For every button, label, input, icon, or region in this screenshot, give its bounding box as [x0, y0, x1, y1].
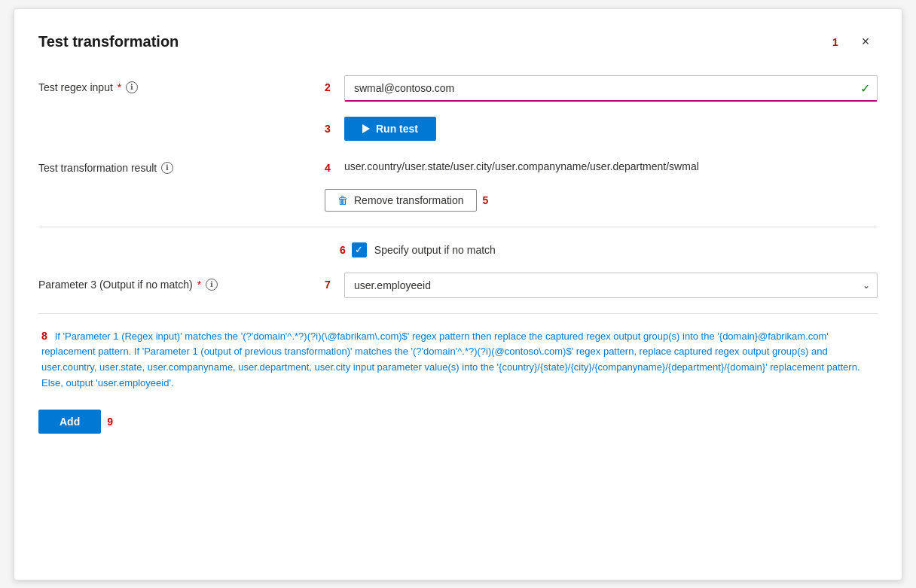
close-button[interactable]: × — [853, 30, 878, 54]
step6-marker: 6 — [340, 244, 346, 256]
step8-marker: 8 — [41, 330, 47, 342]
step1-marker: 1 — [832, 36, 843, 48]
required-star-param3: * — [197, 279, 201, 291]
input-valid-checkmark: ✓ — [860, 81, 870, 96]
param3-content: 7 user.employeeid user.department user.c… — [325, 273, 878, 298]
remove-transformation-button[interactable]: 🗑 Remove transformation — [325, 189, 477, 212]
test-regex-input-wrapper: ✓ — [344, 75, 878, 102]
test-transformation-dialog: Test transformation 1 × Test regex input… — [14, 8, 902, 580]
step4-marker: 4 — [325, 156, 338, 174]
description-text: If 'Parameter 1 (Regex input)' matches t… — [41, 331, 860, 388]
specify-output-row: 6 ✓ Specify output if no match — [38, 242, 878, 257]
trash-icon: 🗑 — [337, 194, 348, 206]
param3-label: Parameter 3 (Output if no match) — [38, 279, 193, 291]
play-icon — [362, 124, 370, 133]
test-result-content: 4 user.country/user.state/user.city/user… — [325, 156, 878, 174]
info-icon-param3[interactable]: ℹ — [206, 279, 218, 291]
specify-output-checkbox[interactable]: ✓ — [352, 242, 367, 257]
test-regex-label: Test regex input — [38, 81, 113, 93]
param3-label-area: Parameter 3 (Output if no match) * ℹ — [38, 273, 325, 291]
divider-2 — [38, 313, 878, 314]
description-section: 8 If 'Parameter 1 (Regex input)' matches… — [38, 329, 878, 391]
param3-select[interactable]: user.employeeid user.department user.cou… — [344, 273, 878, 298]
test-regex-label-area: Test regex input * ℹ — [38, 75, 325, 93]
param3-select-wrapper: user.employeeid user.department user.cou… — [344, 273, 878, 298]
step7-marker: 7 — [325, 273, 338, 291]
test-result-value: user.country/user.state/user.city/user.c… — [344, 156, 699, 172]
step9-marker: 9 — [107, 416, 113, 428]
bottom-bar: Add 9 — [38, 410, 878, 434]
remove-transformation-label: Remove transformation — [354, 194, 464, 206]
run-test-label: Run test — [376, 123, 418, 135]
dialog-title: Test transformation — [38, 33, 179, 50]
step3-marker: 3 — [325, 117, 338, 135]
divider-1 — [38, 227, 878, 227]
param3-row: Parameter 3 (Output if no match) * ℹ 7 u… — [38, 273, 878, 298]
add-label: Add — [60, 416, 80, 428]
step5-marker: 5 — [483, 194, 489, 206]
test-result-row: Test transformation result ℹ 4 user.coun… — [38, 156, 878, 174]
add-button[interactable]: Add — [38, 410, 101, 434]
specify-output-label: Specify output if no match — [374, 244, 496, 256]
dialog-header: Test transformation 1 × — [38, 30, 878, 54]
step2-marker: 2 — [325, 75, 338, 93]
test-result-label: Test transformation result — [38, 162, 157, 174]
close-icon: × — [862, 34, 870, 50]
run-test-button[interactable]: Run test — [344, 117, 436, 141]
required-star-regex: * — [118, 81, 121, 93]
info-icon-result[interactable]: ℹ — [161, 162, 173, 174]
remove-transformation-row: 🗑 Remove transformation 5 — [38, 189, 878, 212]
checkbox-checkmark: ✓ — [355, 245, 363, 254]
info-icon-regex[interactable]: ℹ — [126, 81, 138, 93]
test-regex-input-content: 2 ✓ — [325, 75, 878, 102]
run-test-content: 3 Run test — [325, 117, 878, 141]
test-regex-input-row: Test regex input * ℹ 2 ✓ — [38, 75, 878, 102]
test-regex-input[interactable] — [344, 75, 878, 102]
run-test-row: 3 Run test — [38, 117, 878, 141]
test-result-label-area: Test transformation result ℹ — [38, 156, 325, 174]
remove-content: 🗑 Remove transformation 5 — [325, 189, 488, 212]
